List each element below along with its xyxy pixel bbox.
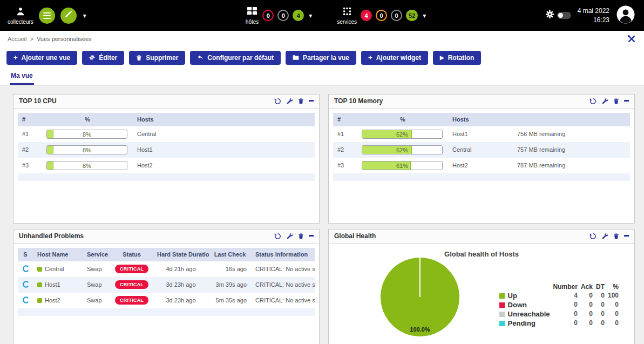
- col-rank: #: [333, 113, 357, 126]
- pollers-section: collecteurs ▾: [0, 6, 86, 25]
- minimize-widget-button[interactable]: [309, 235, 314, 237]
- services-chevron-icon[interactable]: ▾: [423, 12, 426, 19]
- pollers-list-button[interactable]: [39, 8, 55, 24]
- legend-color-swatch: [499, 321, 505, 326]
- service-link[interactable]: Swap: [87, 297, 102, 303]
- legend-color-swatch: [499, 293, 505, 299]
- gear-icon: [545, 10, 554, 21]
- tab-ma-vue[interactable]: Ma vue: [10, 72, 34, 85]
- delete-widget-button[interactable]: [613, 98, 619, 104]
- widget-settings-wrench-button[interactable]: [286, 233, 293, 240]
- theme-toggle[interactable]: [545, 10, 571, 21]
- problems-table: S Host Name Service Status Hard State Du…: [18, 248, 315, 316]
- col-hosts: Hosts: [133, 113, 315, 126]
- status-badge: CRITICAL: [115, 265, 148, 273]
- hosts-menu[interactable]: hôtes: [246, 6, 259, 25]
- configuration-export-button[interactable]: [60, 8, 77, 24]
- table-row[interactable]: #3 61% Host2 787 MB remaining: [333, 158, 630, 173]
- col-rank: #: [18, 113, 42, 126]
- services-warning-counter[interactable]: 0: [376, 10, 387, 21]
- hosts-chevron-icon[interactable]: ▾: [309, 12, 312, 19]
- user-avatar[interactable]: [616, 5, 635, 26]
- col-remaining: [513, 113, 630, 126]
- cpu-progress-bar: 8%: [46, 161, 127, 170]
- legend-row-down: Down 0 0 0 0: [498, 300, 620, 309]
- admin-tools-icon[interactable]: [627, 34, 636, 45]
- legend-row-pending: Pending 0 0 0 0: [498, 319, 620, 328]
- host-status-icon: [37, 282, 42, 287]
- add-widget-button[interactable]: + Ajouter widget: [361, 51, 428, 65]
- clock-time: 16:23: [578, 16, 609, 25]
- service-link[interactable]: Swap: [87, 266, 102, 272]
- widget-header: Unhandled Problems: [13, 230, 319, 244]
- refresh-widget-button[interactable]: [589, 98, 596, 105]
- services-critical-counter[interactable]: 4: [361, 10, 372, 21]
- status-badge: CRITICAL: [115, 296, 148, 305]
- breadcrumb: Accueil > Vues personnalisées: [0, 31, 644, 47]
- table-row[interactable]: #2 62% Central 757 MB remaining: [333, 142, 630, 158]
- breadcrumb-separator: >: [30, 36, 33, 42]
- host-name-link[interactable]: Central: [45, 266, 64, 272]
- pollers-menu[interactable]: collecteurs: [8, 6, 33, 25]
- hosts-unreachable-counter[interactable]: 0: [277, 10, 289, 21]
- widget-settings-wrench-button[interactable]: [601, 98, 608, 105]
- refresh-widget-button[interactable]: [274, 98, 281, 105]
- memory-table: # % Hosts #1 62% Host1 756 MB remaining …: [333, 113, 630, 181]
- table-row[interactable]: Host2 Swap CRITICAL 3d 23h ago 5m 35s ag…: [18, 293, 315, 308]
- legend-row-up: Up 4 0 0 100: [498, 291, 620, 300]
- minimize-widget-button[interactable]: [624, 235, 629, 237]
- services-menu[interactable]: services: [337, 6, 357, 25]
- folder-icon: [293, 55, 299, 60]
- host-name-link[interactable]: Host2: [45, 297, 60, 303]
- memory-progress-bar: 61%: [362, 161, 443, 170]
- rotation-button[interactable]: ▶ Rotation: [433, 51, 481, 65]
- service-link[interactable]: Swap: [87, 281, 102, 288]
- breadcrumb-current: Vues personnalisées: [37, 36, 92, 42]
- table-row[interactable]: #2 8% Host1: [18, 142, 315, 158]
- minimize-widget-button[interactable]: [624, 100, 629, 102]
- refresh-widget-button[interactable]: [274, 233, 281, 240]
- widget-settings-wrench-button[interactable]: [601, 233, 608, 240]
- delete-widget-button[interactable]: [298, 98, 304, 104]
- chart-title: Global health of Hosts: [333, 250, 630, 258]
- legend-color-swatch: [499, 302, 505, 308]
- plus-icon: +: [368, 53, 372, 62]
- pollers-chevron-icon[interactable]: ▾: [83, 12, 86, 19]
- centreon-logo-icon: [22, 267, 29, 273]
- widget-top10-memory: TOP 10 Memory # % Hosts #1: [328, 94, 635, 224]
- table-row[interactable]: #1 62% Host1 756 MB remaining: [333, 126, 630, 142]
- cpu-progress-bar: 8%: [46, 145, 127, 154]
- hosts-up-counter[interactable]: 4: [293, 10, 304, 21]
- host-status-icon: [37, 298, 42, 303]
- delete-widget-button[interactable]: [613, 233, 619, 239]
- hosts-health-pie-chart[interactable]: 100.0%: [381, 258, 459, 336]
- services-ok-counter[interactable]: 52: [406, 10, 418, 21]
- pollers-icon: [15, 6, 26, 17]
- theme-toggle-pill[interactable]: [557, 12, 571, 19]
- widget-header: TOP 10 CPU: [13, 95, 319, 109]
- widget-global-health: Global Health Global health of Hosts 100…: [328, 229, 635, 344]
- centreon-logo-icon: [22, 298, 29, 305]
- cpu-progress-bar: 8%: [46, 130, 127, 139]
- share-view-button[interactable]: Partager la vue: [286, 51, 356, 65]
- table-row[interactable]: #1 8% Central: [18, 126, 315, 142]
- hosts-down-counter[interactable]: 0: [262, 10, 274, 21]
- widget-title: TOP 10 Memory: [334, 97, 383, 105]
- edit-view-button[interactable]: Éditer: [82, 51, 124, 65]
- table-row[interactable]: Host1 Swap CRITICAL 3d 23h ago 3m 39s ag…: [18, 277, 315, 293]
- refresh-widget-button[interactable]: [589, 233, 596, 240]
- health-legend: Number Ack DT % Up 4 0 0 100 Down 0 0 0: [498, 282, 620, 328]
- table-row[interactable]: Central Swap CRITICAL 4d 21h ago 16s ago…: [18, 261, 315, 277]
- set-default-button[interactable]: Configurer par défaut: [190, 51, 281, 65]
- clock-date: 4 mai 2022: [578, 6, 609, 16]
- delete-view-button[interactable]: Supprimer: [129, 51, 185, 65]
- widget-settings-wrench-button[interactable]: [286, 98, 293, 105]
- minimize-widget-button[interactable]: [309, 100, 314, 102]
- host-name-link[interactable]: Host1: [45, 281, 60, 288]
- breadcrumb-home-link[interactable]: Accueil: [8, 36, 26, 42]
- dashboard-grid: TOP 10 CPU # % Hosts #1 8%: [0, 85, 644, 344]
- add-view-button[interactable]: + Ajouter une vue: [6, 51, 77, 65]
- services-unknown-counter[interactable]: 0: [391, 10, 402, 21]
- table-row[interactable]: #3 8% Host2: [18, 158, 315, 173]
- delete-widget-button[interactable]: [298, 233, 304, 239]
